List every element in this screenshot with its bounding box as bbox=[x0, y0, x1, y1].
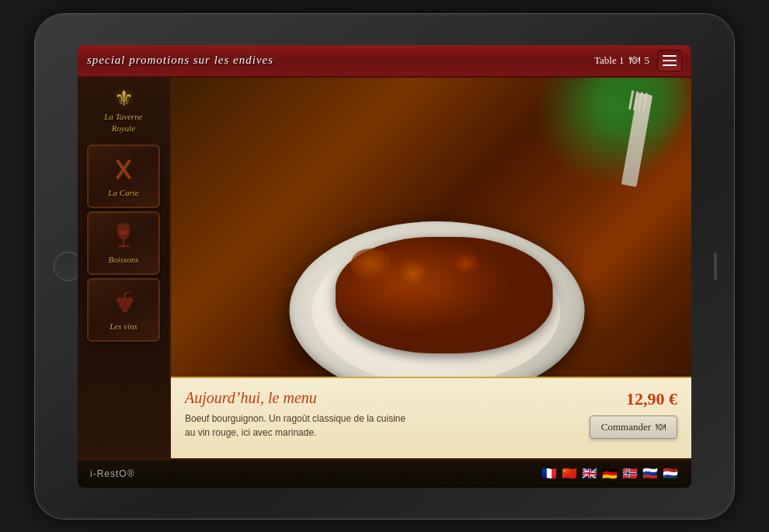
commander-label: Commander bbox=[601, 421, 651, 433]
irest-logo: i-RestO® bbox=[90, 468, 135, 479]
menu-title: Aujourd’hui, le menu bbox=[185, 389, 590, 407]
sidebar-item-boissons[interactable]: Boissons bbox=[87, 211, 160, 275]
bottom-bar: i-RestO® 🇫🇷 🇨🇳 🇬🇧 🇩🇪 🇳🇴 🇷🇺 🇳🇱 bbox=[78, 458, 691, 488]
info-right: 12,90 € Commander 🍽 bbox=[590, 389, 677, 439]
menu-description: Boeuf bourguignon. Un ragoût classique d… bbox=[185, 412, 433, 440]
stew-detail-1 bbox=[351, 249, 390, 280]
flag-ru[interactable]: 🇷🇺 bbox=[642, 468, 659, 479]
logo-area: ⚜ La Taverne Royale bbox=[92, 84, 155, 138]
top-bar-right: Table 1 🍽 5 bbox=[594, 50, 682, 71]
food-image-container bbox=[171, 78, 691, 377]
app-container: special promotions sur les endives Table… bbox=[78, 45, 691, 488]
boissons-label: Boissons bbox=[108, 255, 138, 264]
top-bar: special promotions sur les endives Table… bbox=[78, 45, 691, 78]
main-content: ⚜ La Taverne Royale La Carte bbox=[78, 78, 691, 458]
table-icon: 🍽 bbox=[629, 54, 640, 67]
table-info: Table 1 🍽 5 bbox=[594, 54, 649, 67]
commander-button[interactable]: Commander 🍽 bbox=[590, 416, 677, 439]
restaurant-name: La Taverne Royale bbox=[104, 111, 142, 134]
food-photo bbox=[171, 78, 691, 377]
language-flags: 🇫🇷 🇨🇳 🇬🇧 🇩🇪 🇳🇴 🇷🇺 🇳🇱 bbox=[541, 468, 679, 479]
hamburger-line-2 bbox=[663, 60, 677, 61]
stew-detail-2 bbox=[398, 260, 429, 287]
flag-fr[interactable]: 🇫🇷 bbox=[541, 468, 558, 479]
price-display: 12,90 € bbox=[626, 389, 677, 409]
sidebar-item-la-carte[interactable]: La Carte bbox=[87, 144, 160, 208]
utensils-icon bbox=[110, 155, 137, 183]
info-left: Aujourd’hui, le menu Boeuf bourguignon. … bbox=[185, 389, 590, 440]
ipad-device: special promotions sur les endives Table… bbox=[35, 14, 734, 519]
svg-point-8 bbox=[122, 306, 128, 312]
side-button[interactable] bbox=[714, 252, 717, 280]
promotion-text: special promotions sur les endives bbox=[87, 54, 273, 67]
fleur-de-lis-icon: ⚜ bbox=[114, 88, 134, 110]
info-panel: Aujourd’hui, le menu Boeuf bourguignon. … bbox=[171, 377, 691, 458]
table-count: 5 bbox=[645, 54, 650, 67]
les-vins-label: Les vins bbox=[110, 322, 137, 331]
sidebar: ⚜ La Taverne Royale La Carte bbox=[78, 78, 171, 458]
hamburger-button[interactable] bbox=[657, 50, 682, 71]
flag-gb[interactable]: 🇬🇧 bbox=[581, 468, 598, 479]
hamburger-line-3 bbox=[663, 64, 677, 66]
hamburger-line-1 bbox=[663, 55, 677, 57]
flag-nl[interactable]: 🇳🇱 bbox=[662, 468, 679, 479]
commander-icon: 🍽 bbox=[656, 421, 666, 433]
stew-detail-3 bbox=[452, 252, 479, 276]
ipad-screen: special promotions sur les endives Table… bbox=[78, 45, 691, 488]
flag-cn[interactable]: 🇨🇳 bbox=[561, 468, 578, 479]
sidebar-item-les-vins[interactable]: Les vins bbox=[87, 278, 160, 342]
stew-food bbox=[336, 237, 553, 353]
wine-glass-icon bbox=[110, 222, 137, 250]
svg-point-2 bbox=[119, 229, 127, 235]
grape-icon bbox=[110, 289, 137, 317]
content-area: Aujourd’hui, le menu Boeuf bourguignon. … bbox=[171, 78, 691, 458]
la-carte-label: La Carte bbox=[108, 188, 138, 197]
flag-de[interactable]: 🇩🇪 bbox=[601, 468, 618, 479]
table-label: Table 1 bbox=[594, 54, 624, 67]
flag-no[interactable]: 🇳🇴 bbox=[621, 468, 639, 479]
